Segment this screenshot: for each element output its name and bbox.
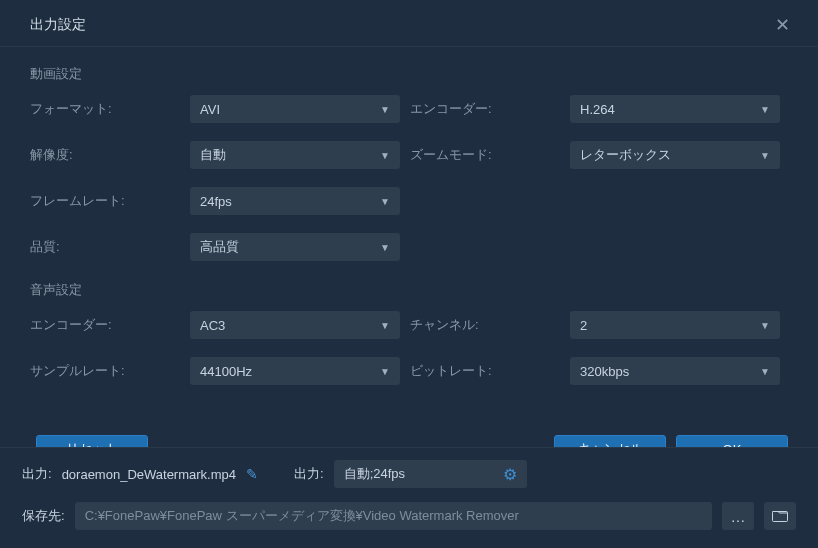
video-encoder-value: H.264 <box>580 102 615 117</box>
framerate-value: 24fps <box>200 194 232 209</box>
caret-down-icon: ▼ <box>380 320 390 331</box>
bitrate-select[interactable]: 320kbps ▼ <box>570 357 780 385</box>
output-label-2: 出力: <box>294 465 324 483</box>
output-label-1: 出力: <box>22 465 52 483</box>
resolution-select[interactable]: 自動 ▼ <box>190 141 400 169</box>
zoom-value: レターボックス <box>580 146 671 164</box>
dots-icon: … <box>731 508 746 525</box>
format-label: フォーマット: <box>30 100 190 118</box>
samplerate-select[interactable]: 44100Hz ▼ <box>190 357 400 385</box>
caret-down-icon: ▼ <box>380 150 390 161</box>
channel-select[interactable]: 2 ▼ <box>570 311 780 339</box>
resolution-value: 自動 <box>200 146 226 164</box>
folder-icon <box>772 510 788 522</box>
output-filename: doraemon_DeWatermark.mp4 <box>62 467 236 482</box>
caret-down-icon: ▼ <box>380 242 390 253</box>
quality-select[interactable]: 高品質 ▼ <box>190 233 400 261</box>
save-path-value: C:¥FonePaw¥FonePaw スーパーメディア変換¥Video Wate… <box>85 507 519 525</box>
caret-down-icon: ▼ <box>760 104 770 115</box>
audio-encoder-select[interactable]: AC3 ▼ <box>190 311 400 339</box>
gear-icon[interactable]: ⚙ <box>503 465 517 484</box>
caret-down-icon: ▼ <box>760 150 770 161</box>
video-section-label: 動画設定 <box>30 65 788 83</box>
zoom-select[interactable]: レターボックス ▼ <box>570 141 780 169</box>
edit-filename-icon[interactable]: ✎ <box>246 466 258 482</box>
video-encoder-select[interactable]: H.264 ▼ <box>570 95 780 123</box>
caret-down-icon: ▼ <box>380 196 390 207</box>
video-encoder-label: エンコーダー: <box>410 100 570 118</box>
zoom-label: ズームモード: <box>410 146 570 164</box>
resolution-label: 解像度: <box>30 146 190 164</box>
audio-section-label: 音声設定 <box>30 281 788 299</box>
caret-down-icon: ▼ <box>380 366 390 377</box>
bitrate-value: 320kbps <box>580 364 629 379</box>
channel-value: 2 <box>580 318 587 333</box>
samplerate-value: 44100Hz <box>200 364 252 379</box>
bitrate-label: ビットレート: <box>410 362 570 380</box>
caret-down-icon: ▼ <box>760 366 770 377</box>
quality-label: 品質: <box>30 238 190 256</box>
format-value: AVI <box>200 102 220 117</box>
caret-down-icon: ▼ <box>380 104 390 115</box>
output-spec-value: 自動;24fps <box>344 465 405 483</box>
format-select[interactable]: AVI ▼ <box>190 95 400 123</box>
close-icon[interactable]: ✕ <box>769 14 796 36</box>
framerate-select[interactable]: 24fps ▼ <box>190 187 400 215</box>
framerate-label: フレームレート: <box>30 192 190 210</box>
channel-label: チャンネル: <box>410 316 570 334</box>
quality-value: 高品質 <box>200 238 239 256</box>
audio-encoder-value: AC3 <box>200 318 225 333</box>
audio-encoder-label: エンコーダー: <box>30 316 190 334</box>
open-folder-button[interactable] <box>764 502 796 530</box>
browse-button[interactable]: … <box>722 502 754 530</box>
save-path-input[interactable]: C:¥FonePaw¥FonePaw スーパーメディア変換¥Video Wate… <box>75 502 712 530</box>
caret-down-icon: ▼ <box>760 320 770 331</box>
samplerate-label: サンプルレート: <box>30 362 190 380</box>
dialog-title: 出力設定 <box>30 16 86 34</box>
save-label: 保存先: <box>22 507 65 525</box>
output-spec-box[interactable]: 自動;24fps ⚙ <box>334 460 527 488</box>
